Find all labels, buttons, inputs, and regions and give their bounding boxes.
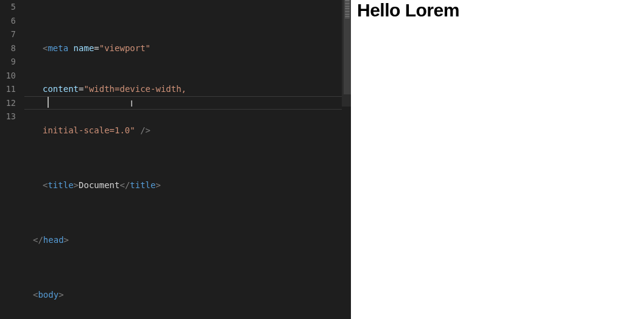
line-number: 8 — [0, 41, 16, 55]
code-line[interactable]: <body> — [24, 288, 351, 302]
code-line[interactable]: <title>Document</title> — [24, 178, 351, 192]
code-line[interactable]: <meta name="viewport" — [24, 41, 351, 55]
line-number: 11 — [0, 82, 16, 96]
line-number: 13 — [0, 110, 16, 124]
vertical-scrollbar[interactable] — [344, 0, 351, 319]
line-number: 7 — [0, 27, 16, 41]
scrollbar-thumb[interactable] — [344, 0, 351, 94]
code-line[interactable]: content="width=device-width, — [24, 82, 351, 96]
line-number: 5 — [0, 0, 16, 14]
line-number: 6 — [0, 14, 16, 28]
app-root: 5 6 7 8 9 10 11 12 13 I <meta name="view… — [0, 0, 644, 319]
code-editor[interactable]: 5 6 7 8 9 10 11 12 13 I <meta name="view… — [0, 0, 351, 319]
line-number: 10 — [0, 69, 16, 83]
browser-preview[interactable]: Hello Lorem — [351, 0, 644, 319]
line-number-gutter: 5 6 7 8 9 10 11 12 13 — [0, 0, 19, 124]
line-number: 12 — [0, 96, 16, 110]
code-content[interactable]: <meta name="viewport" content="width=dev… — [24, 0, 351, 319]
code-line[interactable]: initial-scale=1.0" /> — [24, 124, 351, 138]
line-number: 9 — [0, 55, 16, 69]
code-line[interactable]: </head> — [24, 233, 351, 247]
preview-heading: Hello Lorem — [357, 0, 638, 21]
